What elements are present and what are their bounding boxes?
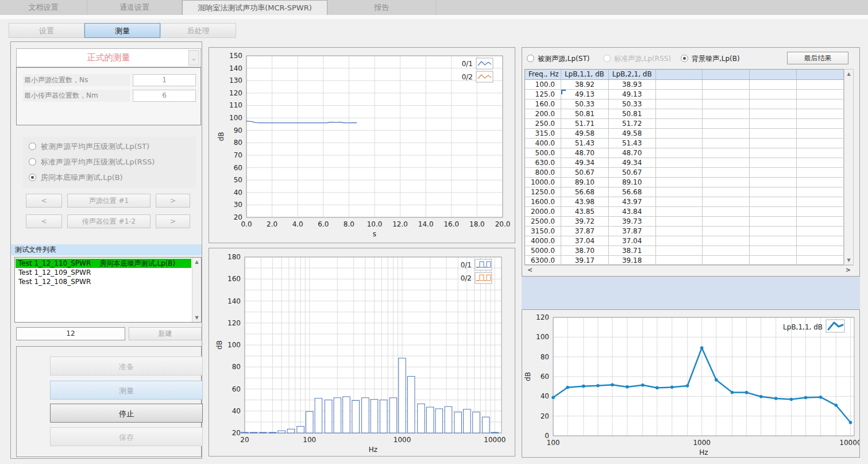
value-cell[interactable]: [703, 80, 750, 90]
value-cell[interactable]: [797, 158, 844, 168]
value-cell[interactable]: 89.10: [609, 178, 656, 187]
scroll-down-icon[interactable]: ▼: [192, 315, 201, 320]
value-cell[interactable]: 39.72: [561, 217, 609, 227]
value-cell[interactable]: [750, 99, 797, 109]
value-cell[interactable]: [703, 236, 750, 246]
value-cell[interactable]: 48.70: [561, 148, 609, 158]
value-cell[interactable]: 49.13: [609, 90, 656, 99]
table-hscrollbar[interactable]: < >: [524, 265, 854, 275]
value-cell[interactable]: 50.81: [609, 109, 656, 119]
value-cell[interactable]: 50.33: [609, 99, 656, 109]
value-cell[interactable]: [703, 256, 750, 266]
table-row[interactable]: 400.051.4351.43: [525, 139, 844, 148]
value-cell[interactable]: 50.81: [561, 109, 609, 119]
list-item[interactable]: Test 1_12_110_SPWR 房间本底噪声测试,Lp(B): [16, 259, 191, 268]
value-cell[interactable]: 51.72: [609, 119, 656, 129]
value-cell[interactable]: 49.34: [561, 158, 609, 168]
value-cell[interactable]: [703, 119, 750, 129]
freq-cell[interactable]: 5000.0: [525, 246, 561, 256]
table-row[interactable]: 6300.039.1739.18: [525, 256, 844, 266]
value-cell[interactable]: [797, 256, 844, 266]
value-cell[interactable]: [656, 80, 703, 90]
radio-icon[interactable]: [29, 158, 36, 166]
value-cell[interactable]: [656, 246, 703, 256]
param-input[interactable]: 6: [133, 90, 196, 102]
value-cell[interactable]: 43.85: [561, 207, 609, 217]
value-cell[interactable]: [797, 148, 844, 158]
table-row[interactable]: 630.049.3449.34: [525, 158, 844, 168]
value-cell[interactable]: 49.13: [561, 90, 609, 99]
table-row[interactable]: 100.038.9238.93: [525, 80, 844, 90]
mic-next-button[interactable]: >: [156, 214, 190, 228]
freq-cell[interactable]: 3150.0: [525, 227, 561, 236]
value-cell[interactable]: [750, 139, 797, 148]
value-cell[interactable]: 37.04: [561, 236, 609, 246]
value-cell[interactable]: [797, 129, 844, 139]
value-cell[interactable]: 89.10: [561, 178, 609, 187]
freq-cell[interactable]: 1000.0: [525, 178, 561, 187]
value-cell[interactable]: [656, 109, 703, 119]
action-button-3[interactable]: 停止: [50, 404, 203, 423]
value-cell[interactable]: [656, 139, 703, 148]
freq-cell[interactable]: 2500.0: [525, 217, 561, 227]
mic-position-button[interactable]: 传声器位置 #1-2: [67, 214, 151, 228]
table-row[interactable]: 4000.037.0437.04: [525, 236, 844, 246]
value-cell[interactable]: [750, 178, 797, 187]
value-cell[interactable]: [797, 178, 844, 187]
value-cell[interactable]: [656, 207, 703, 217]
value-cell[interactable]: [797, 187, 844, 197]
freq-cell[interactable]: 800.0: [525, 168, 561, 178]
value-cell[interactable]: [656, 217, 703, 227]
value-cell[interactable]: 39.18: [609, 256, 656, 266]
test-file-list[interactable]: Test 1_12_110_SPWR 房间本底噪声测试,Lp(B)Test 1_…: [14, 257, 202, 323]
value-cell[interactable]: 39.73: [609, 217, 656, 227]
value-cell[interactable]: [656, 256, 703, 266]
table-row[interactable]: 250.051.7151.72: [525, 119, 844, 129]
measurement-mode-select[interactable]: 正式的测量 ⌄: [16, 48, 201, 67]
table-row[interactable]: 2500.039.7239.73: [525, 217, 844, 227]
table-row[interactable]: 2000.043.8543.84: [525, 207, 844, 217]
value-cell[interactable]: [750, 236, 797, 246]
value-cell[interactable]: [703, 207, 750, 217]
value-cell[interactable]: [797, 80, 844, 90]
freq-cell[interactable]: 1250.0: [525, 187, 561, 197]
scroll-down-icon[interactable]: ▼: [844, 258, 853, 263]
freq-cell[interactable]: 100.0: [525, 80, 561, 90]
freq-cell[interactable]: 2000.0: [525, 207, 561, 217]
value-cell[interactable]: [656, 158, 703, 168]
new-file-button[interactable]: 新建: [129, 327, 202, 340]
value-cell[interactable]: 43.98: [561, 197, 609, 207]
source-next-button[interactable]: >: [156, 194, 190, 208]
value-cell[interactable]: 50.33: [561, 99, 609, 109]
freq-cell[interactable]: 1600.0: [525, 197, 561, 207]
subtab-2[interactable]: 测量: [84, 23, 160, 38]
scroll-up-icon[interactable]: ▲: [844, 71, 853, 76]
freq-cell[interactable]: 200.0: [525, 109, 561, 119]
result-radio-icon[interactable]: [603, 55, 611, 62]
value-cell[interactable]: [750, 168, 797, 178]
value-cell[interactable]: [656, 197, 703, 207]
value-cell[interactable]: [656, 187, 703, 197]
value-cell[interactable]: [656, 90, 703, 99]
action-button-4[interactable]: 保存: [50, 427, 203, 446]
radio-icon[interactable]: [29, 174, 36, 181]
result-radio-icon[interactable]: [527, 55, 534, 62]
value-cell[interactable]: [797, 246, 844, 256]
value-cell[interactable]: [797, 90, 844, 99]
value-cell[interactable]: [750, 158, 797, 168]
freq-cell[interactable]: 250.0: [525, 119, 561, 129]
freq-cell[interactable]: 315.0: [525, 129, 561, 139]
table-row[interactable]: 500.048.7048.70: [525, 148, 844, 158]
scroll-right-icon[interactable]: >: [846, 266, 851, 274]
table-row[interactable]: 800.050.6750.67: [525, 168, 844, 178]
action-button-1[interactable]: 准备: [50, 356, 203, 375]
value-cell[interactable]: [750, 119, 797, 129]
result-table[interactable]: Freq., HzLpB,1,1, dBLpB,2,1, dB100.038.9…: [524, 69, 844, 265]
value-cell[interactable]: [703, 178, 750, 187]
value-cell[interactable]: [797, 207, 844, 217]
scroll-left-icon[interactable]: <: [527, 266, 533, 274]
value-cell[interactable]: 51.43: [609, 139, 656, 148]
value-cell[interactable]: 37.04: [609, 236, 656, 246]
value-cell[interactable]: [703, 246, 750, 256]
freq-cell[interactable]: 4000.0: [525, 236, 561, 246]
